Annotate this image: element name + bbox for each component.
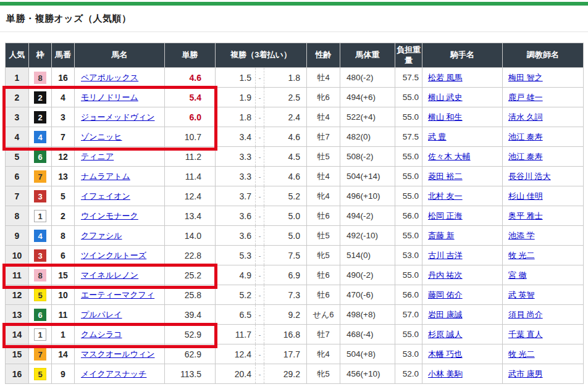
place-odds-separator: -: [255, 265, 264, 285]
frame-badge: 8: [34, 269, 46, 281]
horse-link[interactable]: クムシラコ: [81, 330, 122, 339]
trainer-link[interactable]: 杉山 佳明: [508, 191, 543, 201]
jockey-link[interactable]: 横山 和生: [428, 112, 463, 122]
place-odds-separator: -: [255, 246, 264, 265]
carried-weight-cell: 55.0: [395, 88, 422, 107]
place-odds-high: 7.3: [264, 285, 306, 304]
trainer-link[interactable]: 奥平 雅士: [508, 211, 543, 220]
frame-cell: 3: [29, 186, 52, 206]
trainer-link[interactable]: 武 英智: [508, 290, 535, 299]
trainer-cell: 鹿戸 雄一: [503, 88, 584, 107]
horse-number-cell: 3: [52, 107, 75, 127]
horse-weight-cell: 514(0): [340, 246, 395, 265]
place-odds-range: 3.6-5.0: [216, 206, 306, 225]
jockey-link[interactable]: 丹内 祐次: [428, 270, 463, 280]
page-title: 単勝・複勝オッズ（人気順）: [6, 13, 588, 25]
jockey-link[interactable]: 北村 友一: [428, 191, 463, 201]
table-row: 15714マスクオールウィン62.912.4-17.7牝4504(+8)53.0…: [6, 344, 584, 364]
horse-link[interactable]: クファシル: [81, 231, 122, 240]
place-odds-high: 16.8: [264, 325, 306, 344]
trainer-link[interactable]: 武市 康男: [508, 369, 543, 378]
jockey-link[interactable]: 古川 吉洋: [428, 251, 463, 260]
place-odds-high: 2.4: [264, 107, 306, 127]
trainer-link[interactable]: 池江 泰寿: [508, 132, 543, 141]
trainer-link[interactable]: 須貝 尚介: [508, 310, 543, 319]
horse-link[interactable]: ナムラアトム: [81, 172, 130, 181]
odds-table-header: 人気枠馬番馬名単勝複勝（3着払い）性齢馬体重負担重量騎手名調教師名: [6, 43, 584, 68]
sex-age-cell: 牝4: [307, 186, 340, 206]
sex-age-cell: 牝6: [307, 88, 340, 107]
jockey-link[interactable]: 松岡 正海: [428, 211, 463, 220]
horse-number-cell: 13: [52, 167, 75, 186]
carried-weight-cell: 55.0: [395, 265, 422, 285]
jockey-link[interactable]: 藤岡 佑介: [428, 290, 463, 299]
jockey-link[interactable]: 小林 美駒: [428, 369, 463, 378]
rank-cell: 15: [6, 344, 29, 364]
jockey-link[interactable]: 杉原 誠人: [428, 330, 463, 339]
jockey-cell: 松岡 正海: [422, 206, 503, 226]
trainer-link[interactable]: 清水 久詞: [508, 112, 543, 122]
place-odds-high: 7.5: [264, 246, 306, 265]
jockey-link[interactable]: 横山 武史: [428, 93, 463, 102]
horse-link[interactable]: ゾンニッヒ: [81, 132, 122, 141]
horse-link[interactable]: ティニア: [81, 152, 114, 161]
jockey-link[interactable]: 木幡 巧也: [428, 349, 463, 359]
horse-link[interactable]: マイネルレノン: [81, 270, 138, 280]
trainer-cell: 奥平 雅士: [503, 206, 584, 226]
horse-link[interactable]: モリノドリーム: [81, 93, 138, 102]
place-odds-low: 12.4: [216, 344, 255, 364]
place-odds-separator: -: [255, 88, 264, 107]
trainer-link[interactable]: 牧 光二: [508, 349, 535, 359]
horse-link[interactable]: ウインモナーク: [81, 211, 138, 220]
place-odds-cell: 5.2-7.3: [216, 285, 307, 305]
place-odds-low: 3.6: [216, 206, 255, 225]
rank-cell: 9: [6, 226, 29, 246]
horse-link[interactable]: ジョーメッドヴィン: [81, 112, 154, 122]
horse-link[interactable]: メイクアスナッチ: [81, 369, 146, 378]
horse-name-cell: ウインモナーク: [75, 206, 165, 226]
horse-link[interactable]: マスクオールウィン: [81, 349, 154, 359]
jockey-cell: 丹内 祐次: [422, 265, 503, 285]
win-odds-cell: 11.2: [165, 147, 216, 167]
table-row: 1411クムシラコ52.911.7-16.8牡7468(-4)55.0杉原 誠人…: [6, 325, 584, 344]
horse-link[interactable]: エーティーマクフィ: [81, 290, 154, 299]
trainer-link[interactable]: 宮 徹: [508, 270, 527, 280]
horse-link[interactable]: ペアポルックス: [81, 73, 138, 82]
carried-weight-cell: 52.0: [395, 364, 422, 384]
jockey-link[interactable]: 斎藤 新: [428, 231, 455, 240]
jockey-link[interactable]: 松若 風馬: [428, 73, 463, 82]
trainer-link[interactable]: 梅田 智之: [508, 73, 543, 82]
col-header-sex_age: 性齢: [307, 43, 340, 68]
trainer-link[interactable]: 千葉 直人: [508, 330, 543, 339]
trainer-cell: 須貝 尚介: [503, 305, 584, 325]
trainer-link[interactable]: 池添 学: [508, 231, 535, 240]
carried-weight-cell: 57.5: [395, 127, 422, 147]
place-odds-separator: -: [255, 127, 264, 146]
horse-link[interactable]: ツインクルトーズ: [81, 251, 146, 260]
horse-name-cell: モリノドリーム: [75, 88, 165, 107]
horse-link[interactable]: イフェイオン: [81, 191, 130, 201]
trainer-cell: 清水 久詞: [503, 107, 584, 127]
place-odds-low: 11.7: [216, 325, 255, 344]
place-odds-range: 11.7-16.8: [216, 325, 306, 344]
frame-badge: 3: [34, 190, 46, 202]
jockey-cell: 松若 風馬: [422, 68, 503, 88]
horse-link[interactable]: プルパレイ: [81, 310, 122, 319]
jockey-link[interactable]: 佐々木 大輔: [428, 152, 471, 161]
trainer-link[interactable]: 長谷川 浩大: [508, 172, 551, 181]
jockey-link[interactable]: 菱田 裕二: [428, 172, 463, 181]
trainer-link[interactable]: 牧 光二: [508, 251, 535, 260]
jockey-link[interactable]: 武 豊: [428, 132, 447, 141]
col-header-trainer: 調教師名: [503, 43, 584, 68]
place-odds-low: 3.4: [216, 127, 255, 146]
trainer-link[interactable]: 鹿戸 雄一: [508, 93, 543, 102]
place-odds-range: 5.3-7.5: [216, 246, 306, 265]
frame-cell: 2: [29, 88, 52, 107]
rank-cell: 16: [6, 364, 29, 384]
col-header-horse: 馬名: [75, 43, 165, 68]
trainer-link[interactable]: 池江 泰寿: [508, 152, 543, 161]
win-odds-cell: 12.4: [165, 186, 216, 206]
trainer-cell: 梅田 智之: [503, 68, 584, 88]
jockey-link[interactable]: 岩田 康誠: [428, 310, 463, 319]
trainer-cell: 武市 康男: [503, 364, 584, 384]
